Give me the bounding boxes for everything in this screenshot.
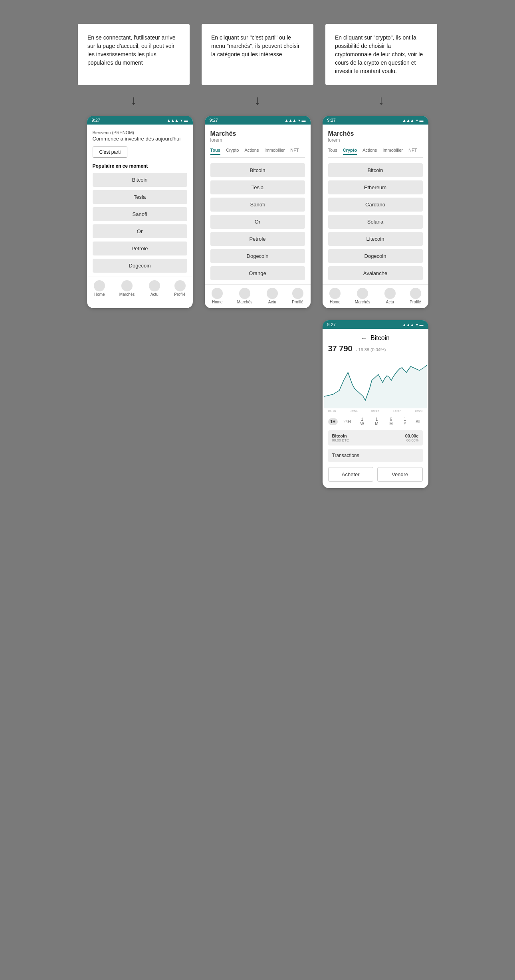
actu-icon-2 bbox=[267, 288, 278, 299]
nav-home-2[interactable]: Home bbox=[212, 288, 223, 304]
tab-crypto-2[interactable]: Crypto bbox=[226, 148, 239, 155]
s3-cardano[interactable]: Cardano bbox=[328, 198, 423, 212]
time-1y[interactable]: 1 Y bbox=[400, 416, 410, 427]
s2-bitcoin[interactable]: Bitcoin bbox=[210, 163, 305, 177]
arrow-1: ↓ bbox=[78, 93, 190, 108]
action-buttons: Acheter Vendre bbox=[323, 467, 428, 488]
nav-profile-label-1: Profilé bbox=[174, 292, 185, 297]
s2-sanofi[interactable]: Sanofi bbox=[210, 198, 305, 212]
transactions-button[interactable]: Transactions bbox=[328, 449, 423, 462]
nav-home-1[interactable]: Home bbox=[94, 280, 105, 297]
chart-labels: 04:16 06:54 09:15 14:57 16:20 bbox=[323, 408, 428, 414]
nav-actu-label-1: Actu bbox=[151, 292, 158, 297]
arrow-2: ↓ bbox=[202, 93, 313, 108]
tab-actions-2[interactable]: Actions bbox=[244, 148, 259, 155]
nav-profile-2[interactable]: Profilé bbox=[292, 288, 303, 304]
arrow-row: ↓ ↓ ↓ bbox=[38, 93, 477, 108]
time-6m[interactable]: 6 M bbox=[385, 416, 396, 427]
wifi-icon: ▾ bbox=[180, 118, 182, 123]
actu-icon-1 bbox=[149, 280, 160, 291]
tab-actions-3[interactable]: Actions bbox=[362, 148, 377, 155]
nav-profile-3[interactable]: Profilé bbox=[410, 288, 421, 304]
nav-marches-label-1: Marchés bbox=[119, 292, 135, 297]
screen1-content: Bienvenu (PRENOM) Commence à investire d… bbox=[87, 125, 193, 273]
nav-marches-2[interactable]: Marchés bbox=[237, 288, 252, 304]
status-bar-4: 9:27 ▲▲▲ ▾ ▬ bbox=[323, 320, 428, 329]
desc-card-2: En cliquant sur "c'est parti" ou le menu… bbox=[202, 24, 313, 85]
phone-screen-2: 9:27 ▲▲▲ ▾ ▬ Marchés lorem Tous Crypto A… bbox=[205, 116, 311, 308]
nav-actu-3[interactable]: Actu bbox=[384, 288, 396, 304]
nav-home-3[interactable]: Home bbox=[329, 288, 341, 304]
cest-parti-button[interactable]: C'est parti bbox=[93, 147, 128, 158]
marches-icon-3 bbox=[357, 288, 368, 299]
nav-profile-label-3: Profilé bbox=[410, 300, 421, 304]
popular-title: Populaire en ce moment bbox=[93, 163, 187, 169]
btc-info-right: 00.00e 00.00% bbox=[405, 434, 419, 442]
asset-bitcoin[interactable]: Bitcoin bbox=[93, 173, 187, 187]
tab-tous-3[interactable]: Tous bbox=[328, 148, 337, 155]
marches-icon-1 bbox=[121, 280, 133, 291]
s3-solana[interactable]: Solana bbox=[328, 215, 423, 229]
time-all[interactable]: All bbox=[413, 418, 422, 425]
asset-dogecoin[interactable]: Dogecoin bbox=[93, 259, 187, 273]
s3-litecoin[interactable]: Litecoin bbox=[328, 232, 423, 246]
back-button[interactable]: ← bbox=[361, 335, 367, 342]
s3-bitcoin[interactable]: Bitcoin bbox=[328, 163, 423, 177]
btc-change: - 16,38 (0.04%) bbox=[356, 347, 386, 352]
screen2-content: Marchés lorem Tous Crypto Actions Immobi… bbox=[205, 125, 311, 280]
nav-profile-label-2: Profilé bbox=[292, 300, 303, 304]
nav-actu-2[interactable]: Actu bbox=[267, 288, 278, 304]
s3-avalanche[interactable]: Avalanche bbox=[328, 266, 423, 280]
nav-profile-1[interactable]: Profilé bbox=[174, 280, 185, 297]
s2-petrole[interactable]: Petrole bbox=[210, 232, 305, 246]
time-1h[interactable]: 1H bbox=[328, 418, 338, 425]
nav-marches-3[interactable]: Marchés bbox=[355, 288, 370, 304]
tab-crypto-3[interactable]: Crypto bbox=[343, 148, 357, 155]
time-filters: 1H 24H 1 W 1 M 6 M 1 Y All bbox=[323, 414, 428, 430]
phone-screen-4: 9:27 ▲▲▲ ▾ ▬ ← Bitcoin 37 790 - 16,38 (0… bbox=[323, 320, 428, 488]
btc-info-box: Bitcoin 00.00 BTC 00.00e 00.00% bbox=[328, 430, 423, 445]
nav-marches-label-3: Marchés bbox=[355, 300, 370, 304]
actu-icon-3 bbox=[384, 288, 396, 299]
tab-nft-3[interactable]: NFT bbox=[408, 148, 417, 155]
btc-title: Bitcoin bbox=[370, 335, 390, 342]
s2-orange[interactable]: Orange bbox=[210, 266, 305, 280]
btc-info-value: 00.00e bbox=[405, 434, 419, 438]
nav-actu-1[interactable]: Actu bbox=[149, 280, 160, 297]
s3-dogecoin[interactable]: Dogecoin bbox=[328, 249, 423, 263]
s3-ethereum[interactable]: Ethereum bbox=[328, 180, 423, 194]
chart-label-4: 14:57 bbox=[393, 409, 401, 413]
nav-actu-label-3: Actu bbox=[386, 300, 394, 304]
chart-label-1: 04:16 bbox=[328, 409, 336, 413]
asset-tesla[interactable]: Tesla bbox=[93, 190, 187, 204]
s2-tesla[interactable]: Tesla bbox=[210, 180, 305, 194]
btc-header: ← Bitcoin bbox=[323, 335, 428, 342]
nav-home-label-2: Home bbox=[212, 300, 223, 304]
marches-icon-2 bbox=[239, 288, 250, 299]
home-icon-1 bbox=[94, 280, 105, 291]
chart-fill bbox=[324, 365, 427, 408]
marche-title-3: Marchés bbox=[328, 130, 423, 137]
desc-card-3: En cliquant sur "crypto", ils ont la pos… bbox=[325, 24, 437, 85]
tab-nft-2[interactable]: NFT bbox=[290, 148, 299, 155]
acheter-button[interactable]: Acheter bbox=[328, 467, 374, 482]
battery-icon-2: ▬ bbox=[302, 118, 306, 123]
nav-marches-1[interactable]: Marchés bbox=[119, 280, 135, 297]
s2-dogecoin[interactable]: Dogecoin bbox=[210, 249, 305, 263]
profile-icon-2 bbox=[292, 288, 303, 299]
status-bar-2: 9:27 ▲▲▲ ▾ ▬ bbox=[205, 116, 311, 125]
s2-or[interactable]: Or bbox=[210, 215, 305, 229]
asset-petrole[interactable]: Petrole bbox=[93, 242, 187, 255]
tab-immobilier-2[interactable]: Immobilier bbox=[264, 148, 285, 155]
btc-price-row: 37 790 - 16,38 (0.04%) bbox=[323, 344, 428, 356]
asset-sanofi[interactable]: Sanofi bbox=[93, 207, 187, 221]
time-1w[interactable]: 1 W bbox=[357, 416, 368, 427]
asset-or[interactable]: Or bbox=[93, 224, 187, 238]
tab-tous-2[interactable]: Tous bbox=[210, 148, 220, 155]
time-24h[interactable]: 24H bbox=[341, 418, 353, 425]
desc-card-2-text: En cliquant sur "c'est parti" ou le menu… bbox=[211, 34, 300, 57]
time-1m[interactable]: 1 M bbox=[371, 416, 382, 427]
vendre-button[interactable]: Vendre bbox=[377, 467, 423, 482]
tab-immobilier-3[interactable]: Immobilier bbox=[382, 148, 403, 155]
desc-card-1-text: En se connectant, l'utilisateur arrive s… bbox=[87, 34, 176, 66]
